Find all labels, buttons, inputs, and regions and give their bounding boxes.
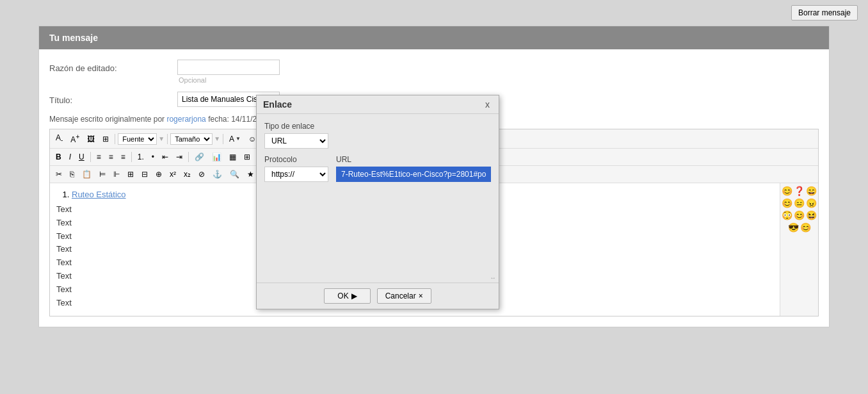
emoji-neutral[interactable]: 😑 [794,198,805,208]
protocolo-section: Protocolo https:// http:// ftp:// [264,155,328,182]
tipo-section: Tipo de enlace URL Email FTP [264,122,491,149]
toolbar-anchor[interactable]: ⚓ [209,168,225,181]
optional-hint: Opcional [179,76,819,84]
emoji-cool[interactable]: 😎 [788,222,799,233]
toolbar-col-after[interactable]: ⊩ [110,168,123,181]
emoji-grin[interactable]: 😄 [806,186,817,196]
enlace-dialog: Enlace x Tipo de enlace URL Email FTP Pr… [256,95,499,309]
toolbar-divider-5 [131,152,132,162]
toolbar-col-before[interactable]: ⊨ [96,168,109,181]
emoji-row-3: 😳 😊 😆 [783,210,816,220]
toolbar-copy[interactable]: ⎘ [67,168,77,181]
dialog-title: Enlace [263,99,292,110]
razon-label: Razón de editado: [49,60,177,73]
emoji-meh[interactable]: 😊 [800,222,811,233]
emoji-row-2: 😊 😑 😠 [783,198,816,208]
protocolo-url-row: Protocolo https:// http:// ftp:// URL [264,155,491,182]
razon-input[interactable] [177,60,280,75]
toolbar-align-right[interactable]: ≡ [118,151,129,163]
toolbar-clear-format[interactable]: ⊘ [195,168,208,181]
panel-header: Tu mensaje [39,26,829,49]
toolbar-divider-6 [188,152,189,162]
toolbar-indent-in[interactable]: ⇥ [173,151,186,163]
toolbar-align-center[interactable]: ≡ [106,151,117,163]
dialog-titlebar: Enlace x [257,95,499,114]
razon-row: Razón de editado: Opcional [49,60,819,84]
toolbar-table2-btn[interactable]: ⊞ [241,151,253,163]
toolbar-find[interactable]: 🔍 [227,168,243,181]
toolbar-underline[interactable]: U [76,151,88,163]
dialog-ok-button[interactable]: OK ▶ [324,288,370,304]
editor-sidebar: 😊 ❓ 😄 😊 😑 😠 😳 😊 😆 [780,183,818,316]
toolbar-divider-1 [115,134,115,144]
toolbar-link-btn[interactable]: 🔗 [191,151,207,163]
emoji-laugh[interactable]: 😆 [806,210,817,220]
toolbar-bold[interactable]: B [52,151,65,163]
toolbar-special[interactable]: ★ [244,168,257,181]
emoji-question[interactable]: ❓ [794,186,805,196]
toolbar-row-after[interactable]: ⊟ [138,168,151,181]
toolbar-ul[interactable]: • [149,151,157,163]
emoji-angry[interactable]: 😠 [806,198,817,208]
toolbar-ol[interactable]: 1. [134,151,147,163]
toolbar-cut[interactable]: ✂ [52,168,65,181]
toolbar-font-size-increase[interactable]: A+ [67,131,83,146]
toolbar-merge[interactable]: ⊕ [152,168,165,181]
toolbar-divider-2 [167,134,168,144]
toolbar-color-btn[interactable]: A ▼ [226,133,244,145]
url-input[interactable] [336,167,491,182]
toolbar-divider-4 [90,152,91,162]
borrar-mensaje-button[interactable]: Borrar mensaje [791,5,858,21]
dialog-footer: OK ▶ Cancelar × [257,283,499,309]
dialog-body: Tipo de enlace URL Email FTP Protocolo h… [257,114,499,273]
resize-handle: ↔ [257,273,499,283]
toolbar-table[interactable]: ⊞ [99,133,112,145]
toolbar-align-left[interactable]: ≡ [93,151,104,163]
tipo-select[interactable]: URL Email FTP [264,133,328,149]
emoji-happy[interactable]: 😊 [782,198,792,208]
toolbar-img[interactable]: 🖼 [84,133,98,145]
toolbar-paste[interactable]: 📋 [79,168,95,181]
toolbar-font-select[interactable]: Fuente [118,133,157,145]
emoji-ok[interactable]: 😊 [794,210,805,220]
tipo-label: Tipo de enlace [264,122,491,131]
top-bar: Borrar mensaje [0,0,868,26]
dialog-close-button[interactable]: x [483,99,492,110]
toolbar-subscript[interactable]: x₂ [181,168,194,181]
toolbar-size-select[interactable]: Tamaño [170,133,213,145]
cancel-icon: × [419,291,423,300]
panel-title: Tu mensaje [49,33,98,43]
toolbar-divider-3 [223,134,223,144]
toolbar-superscript[interactable]: x² [166,168,179,181]
emoji-smile[interactable]: 😊 [782,186,792,196]
dialog-empty-area [264,188,491,265]
toolbar-chart-btn[interactable]: 📊 [209,151,225,163]
toolbar-font-size-decrease[interactable]: A- [52,131,66,145]
url-section: URL [336,155,491,182]
toolbar-italic[interactable]: I [66,151,74,163]
toolbar-indent-out[interactable]: ⇤ [159,151,172,163]
titulo-label: Título: [49,92,177,105]
protocolo-select[interactable]: https:// http:// ftp:// [264,167,328,182]
emoji-blush[interactable]: 😳 [782,210,792,220]
emoji-row-1: 😊 ❓ 😄 [783,186,816,196]
author-link[interactable]: rogerarjona [166,115,205,124]
ok-arrow-icon: ▶ [351,291,357,300]
protocolo-label: Protocolo [264,155,328,164]
toolbar-media-btn[interactable]: ▦ [226,151,239,163]
dialog-cancel-button[interactable]: Cancelar × [377,288,431,304]
list-item-link[interactable]: Ruteo Estático [72,190,126,199]
url-label: URL [336,155,491,164]
razon-input-container: Opcional [177,60,819,84]
toolbar-row-before[interactable]: ⊞ [124,168,137,181]
emoji-row-4: 😎 😊 [783,222,816,233]
